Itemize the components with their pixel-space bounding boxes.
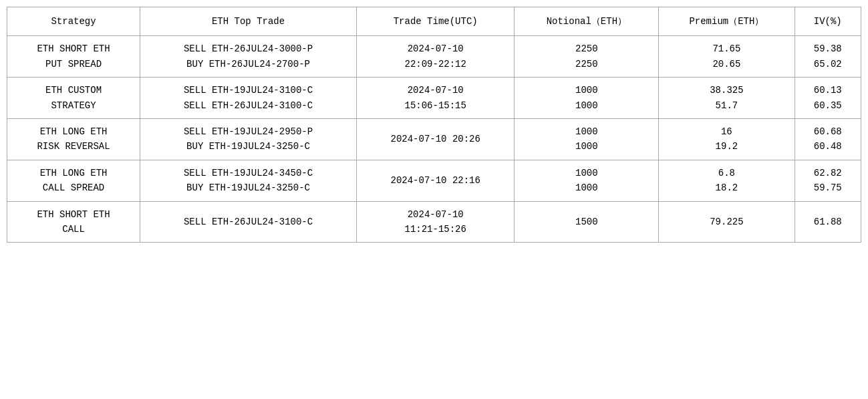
cell-row2-col2: 2024-07-10 20:26 xyxy=(356,118,515,160)
cell-row1-col2: 2024-07-10 15:06-15:15 xyxy=(356,78,515,119)
header-col-1: ETH Top Trade xyxy=(140,7,357,36)
cell-row0-col5: 59.38 65.02 xyxy=(794,36,861,78)
cell-row0-col4: 71.65 20.65 xyxy=(659,36,794,78)
cell-row1-col5: 60.13 60.35 xyxy=(794,78,861,119)
header-col-4: Premium（ETH） xyxy=(659,7,794,36)
cell-row0-col1: SELL ETH-26JUL24-3000-P BUY ETH-26JUL24-… xyxy=(140,36,357,78)
trades-table: StrategyETH Top TradeTrade Time(UTC)Noti… xyxy=(7,7,861,243)
table-row: ETH LONG ETH RISK REVERSALSELL ETH-19JUL… xyxy=(7,118,861,160)
cell-row1-col0: ETH CUSTOM STRATEGY xyxy=(7,78,140,119)
table-row: ETH CUSTOM STRATEGYSELL ETH-19JUL24-3100… xyxy=(7,78,861,119)
cell-row2-col3: 1000 1000 xyxy=(515,118,659,160)
cell-row4-col2: 2024-07-10 11:21-15:26 xyxy=(356,201,515,243)
cell-row2-col1: SELL ETH-19JUL24-2950-P BUY ETH-19JUL24-… xyxy=(140,118,357,160)
cell-row3-col4: 6.8 18.2 xyxy=(659,160,794,201)
cell-row0-col0: ETH SHORT ETH PUT SPREAD xyxy=(7,36,140,78)
cell-row3-col0: ETH LONG ETH CALL SPREAD xyxy=(7,160,140,201)
table-row: ETH LONG ETH CALL SPREADSELL ETH-19JUL24… xyxy=(7,160,861,201)
cell-row0-col2: 2024-07-10 22:09-22:12 xyxy=(356,36,515,78)
cell-row3-col1: SELL ETH-19JUL24-3450-C BUY ETH-19JUL24-… xyxy=(140,160,357,201)
cell-row3-col3: 1000 1000 xyxy=(515,160,659,201)
cell-row4-col0: ETH SHORT ETH CALL xyxy=(7,201,140,243)
header-col-0: Strategy xyxy=(7,7,140,36)
header-col-3: Notional（ETH） xyxy=(515,7,659,36)
header-col-2: Trade Time(UTC) xyxy=(356,7,515,36)
cell-row4-col5: 61.88 xyxy=(794,201,861,243)
cell-row2-col5: 60.68 60.48 xyxy=(794,118,861,160)
cell-row1-col4: 38.325 51.7 xyxy=(659,78,794,119)
table-row: ETH SHORT ETH CALLSELL ETH-26JUL24-3100-… xyxy=(7,201,861,243)
cell-row1-col1: SELL ETH-19JUL24-3100-C SELL ETH-26JUL24… xyxy=(140,78,357,119)
cell-row3-col5: 62.82 59.75 xyxy=(794,160,861,201)
main-table-wrapper: StrategyETH Top TradeTrade Time(UTC)Noti… xyxy=(7,7,861,243)
table-body: ETH SHORT ETH PUT SPREADSELL ETH-26JUL24… xyxy=(7,36,861,243)
header-row: StrategyETH Top TradeTrade Time(UTC)Noti… xyxy=(7,7,861,36)
cell-row2-col4: 16 19.2 xyxy=(659,118,794,160)
cell-row2-col0: ETH LONG ETH RISK REVERSAL xyxy=(7,118,140,160)
cell-row0-col3: 2250 2250 xyxy=(515,36,659,78)
table-row: ETH SHORT ETH PUT SPREADSELL ETH-26JUL24… xyxy=(7,36,861,78)
cell-row4-col4: 79.225 xyxy=(659,201,794,243)
cell-row4-col3: 1500 xyxy=(515,201,659,243)
header-col-5: IV(%) xyxy=(794,7,861,36)
cell-row3-col2: 2024-07-10 22:16 xyxy=(356,160,515,201)
cell-row1-col3: 1000 1000 xyxy=(515,78,659,119)
cell-row4-col1: SELL ETH-26JUL24-3100-C xyxy=(140,201,357,243)
